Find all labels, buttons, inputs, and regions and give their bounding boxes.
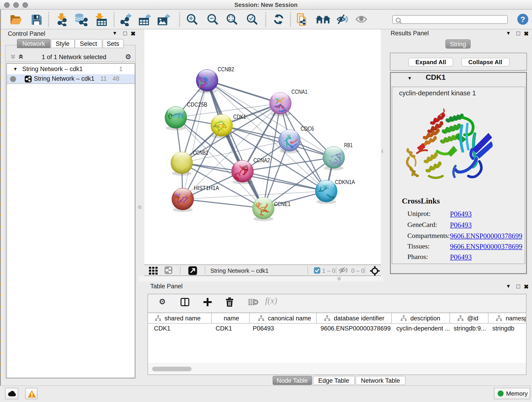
svg-text:CDK1: CDK1 <box>233 113 246 120</box>
svg-text:CCNB2: CCNB2 <box>218 66 234 73</box>
svg-text:CCNA2: CCNA2 <box>253 157 270 164</box>
svg-text:RB1: RB1 <box>344 142 353 148</box>
svg-text:CDKN1A: CDKN1A <box>335 179 355 185</box>
svg-text:CCNE1: CCNE1 <box>274 201 291 207</box>
svg-text:CCNB1: CCNB1 <box>193 149 208 156</box>
svg-text:CDC6: CDC6 <box>301 125 314 132</box>
svg-text:CCNA1: CCNA1 <box>291 88 307 95</box>
svg-text:CDC25B: CDC25B <box>187 101 207 108</box>
svg-text:?: ? <box>520 15 525 24</box>
svg-text:HIST1H1A: HIST1H1A <box>194 185 219 191</box>
